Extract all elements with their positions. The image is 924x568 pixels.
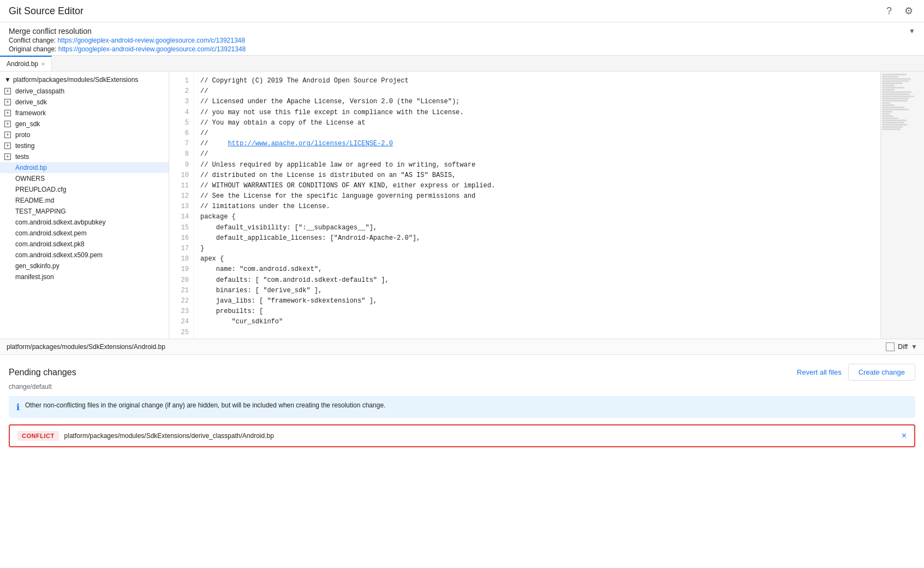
minimap-line-22 [882, 120, 907, 121]
tree-file-android-bp[interactable]: Android.bp [0, 162, 169, 173]
code-content[interactable]: // Copyright (C) 2019 The Android Open S… [194, 72, 880, 339]
file-tab-android-bp[interactable]: Android.bp × [0, 56, 52, 71]
tree-folder-gen-sdk[interactable]: +gen_sdk [0, 119, 169, 129]
tree-root[interactable]: ▼ platform/packages/modules/SdkExtension… [0, 74, 169, 86]
tree-file-owners[interactable]: OWNERS [0, 173, 169, 184]
tree-file-gen-sdkinfo-py[interactable]: gen_sdkinfo.py [0, 261, 169, 271]
code-line-7: // http://www.apache.org/licenses/LICENS… [200, 139, 874, 149]
minimap-line-14 [882, 102, 890, 104]
merge-dropdown-arrow[interactable]: ▼ [909, 27, 915, 35]
code-link[interactable]: http://www.apache.org/licenses/LICENSE-2… [228, 140, 392, 147]
code-line-17: default_applicable_licenses: ["Android-A… [200, 233, 874, 244]
minimap [880, 72, 924, 339]
line-num-8: 8 [174, 149, 189, 159]
line-num-3: 3 [174, 97, 189, 107]
line-num-23: 23 [174, 306, 189, 317]
minimap-line-10 [882, 93, 910, 95]
code-line-4: // you may not use this file except in c… [200, 108, 874, 118]
tree-files: Android.bpOWNERSPREUPLOAD.cfgREADME.mdTE… [0, 162, 169, 282]
app-title: Git Source Editor [9, 5, 84, 17]
collapse-icon: ▼ [4, 76, 11, 84]
tree-file-com-android-sdkext-avbpubkey[interactable]: com.android.sdkext.avbpubkey [0, 217, 169, 228]
tree-file-com-android-sdkext-x509-pem[interactable]: com.android.sdkext.x509.pem [0, 250, 169, 261]
code-line-20: apex { [200, 254, 874, 264]
line-num-5: 5 [174, 118, 189, 128]
diff-dropdown-arrow[interactable]: ▼ [911, 343, 917, 351]
help-icon[interactable]: ? [883, 4, 896, 17]
top-bar: Git Source Editor ? ⚙ [0, 0, 924, 22]
code-line-16: default_visibility: [":__subpackages__"]… [200, 223, 874, 233]
diff-checkbox[interactable] [886, 342, 895, 351]
settings-icon[interactable]: ⚙ [902, 4, 915, 17]
code-line-23: binaries: [ "derive_sdk" ], [200, 286, 874, 296]
file-tree: ▼ platform/packages/modules/SdkExtension… [0, 72, 169, 339]
line-num-17: 17 [174, 244, 189, 254]
line-num-10: 10 [174, 170, 189, 181]
tree-folder-framework[interactable]: +framework [0, 108, 169, 119]
folder-expand-icon: + [4, 132, 11, 138]
code-editor[interactable]: 1234567891011121314151617181920212223242… [169, 72, 880, 339]
minimap-line-1 [882, 74, 907, 75]
code-line-5: // You may obtain a copy of the License … [200, 118, 874, 128]
code-line-24: java_libs: [ "framework-sdkextensions" ]… [200, 296, 874, 306]
code-line-9: // Unless required by applicable law or … [200, 160, 874, 170]
line-num-16: 16 [174, 233, 189, 244]
revert-all-files-button[interactable]: Revert all files [797, 368, 842, 376]
conflict-path: platform/packages/modules/SdkExtensions/… [64, 432, 896, 440]
merge-bar: Merge conflict resolution ▼ Conflict cha… [0, 22, 924, 56]
line-num-14: 14 [174, 212, 189, 222]
code-line-21: name: "com.android.sdkext", [200, 264, 874, 275]
file-path-bar: platform/packages/modules/SdkExtensions/… [0, 339, 924, 355]
tree-file-readme-md[interactable]: README.md [0, 195, 169, 206]
conflict-change-line: Conflict change: https://googleplex-andr… [9, 37, 915, 44]
pending-actions: Revert all files Create change [797, 364, 915, 381]
tree-file-com-android-sdkext-pem[interactable]: com.android.sdkext.pem [0, 228, 169, 239]
tree-folder-derive-sdk[interactable]: +derive_sdk [0, 97, 169, 108]
tree-file-com-android-sdkext-pk8[interactable]: com.android.sdkext.pk8 [0, 239, 169, 250]
conflict-label: Conflict change: [9, 37, 56, 44]
diff-label: Diff [898, 343, 908, 351]
line-numbers: 1234567891011121314151617181920212223242… [169, 72, 194, 339]
tree-file-test-mapping[interactable]: TEST_MAPPING [0, 206, 169, 217]
code-line-6: // [200, 128, 874, 139]
tree-file-manifest-json[interactable]: manifest.json [0, 271, 169, 282]
minimap-line-4 [882, 80, 909, 82]
conflict-badge: CONFLICT [17, 431, 59, 441]
create-change-button[interactable]: Create change [848, 364, 915, 381]
tree-folder-testing[interactable]: +testing [0, 140, 169, 151]
merge-bar-title: Merge conflict resolution ▼ [9, 27, 915, 36]
code-line-1: // Copyright (C) 2019 The Android Open S… [200, 76, 874, 86]
close-tab-icon[interactable]: × [41, 61, 45, 67]
file-tab-bar: Android.bp × [0, 56, 924, 72]
minimap-line-19 [882, 113, 890, 115]
line-num-13: 13 [174, 202, 189, 212]
line-num-6: 6 [174, 128, 189, 139]
original-link[interactable]: https://googleplex-android-review.google… [58, 45, 246, 53]
line-num-4: 4 [174, 108, 189, 118]
line-num-26: 26 [174, 338, 189, 339]
code-line-25: prebuilts: [ [200, 306, 874, 317]
conflict-link[interactable]: https://googleplex-android-review.google… [57, 37, 245, 44]
code-line-2: // [200, 86, 874, 97]
line-num-22: 22 [174, 296, 189, 306]
line-num-24: 24 [174, 317, 189, 327]
diff-toggle: Diff ▼ [886, 342, 917, 351]
tree-folder-tests[interactable]: +tests [0, 151, 169, 162]
tree-folder-derive-classpath[interactable]: +derive_classpath [0, 86, 169, 97]
folder-expand-icon: + [4, 121, 11, 127]
minimap-line-16 [882, 106, 904, 108]
line-num-12: 12 [174, 191, 189, 202]
line-num-9: 9 [174, 160, 189, 170]
minimap-line-20 [882, 115, 893, 117]
minimap-line-26 [882, 128, 901, 130]
tree-folder-proto[interactable]: +proto [0, 129, 169, 140]
tree-file-preupload-cfg[interactable]: PREUPLOAD.cfg [0, 184, 169, 195]
info-icon: ℹ [16, 402, 20, 412]
conflict-area: CONFLICT platform/packages/modules/SdkEx… [9, 424, 915, 447]
line-num-20: 20 [174, 275, 189, 286]
conflict-close-icon[interactable]: × [902, 431, 907, 441]
line-num-1: 1 [174, 76, 189, 86]
minimap-lines [881, 72, 924, 133]
tree-root-label: platform/packages/modules/SdkExtensions [13, 76, 138, 84]
pending-area: Pending changes Revert all files Create … [0, 355, 924, 456]
